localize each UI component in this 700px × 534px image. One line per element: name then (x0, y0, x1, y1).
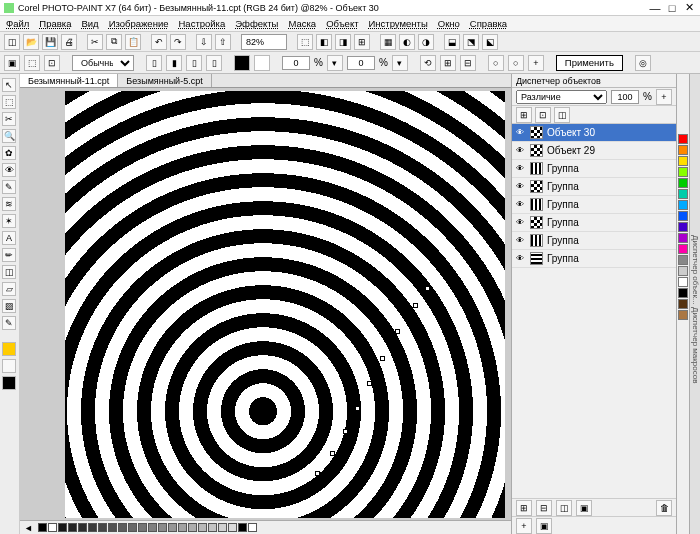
p-a[interactable]: ⟲ (420, 55, 436, 71)
clone-tool[interactable]: ✿ (2, 146, 16, 160)
visibility-icon[interactable]: 👁 (516, 182, 526, 191)
bw-swatch[interactable] (178, 523, 187, 532)
menu-Вид[interactable]: Вид (81, 18, 98, 29)
apply-button[interactable]: Применить (556, 55, 623, 71)
tool-b[interactable]: ◧ (316, 34, 332, 50)
bw-swatch[interactable] (188, 523, 197, 532)
crop-tool[interactable]: ✂ (2, 112, 16, 126)
prop-1[interactable]: ▣ (4, 55, 20, 71)
visibility-icon[interactable]: 👁 (516, 236, 526, 245)
menu-Настройка[interactable]: Настройка (178, 18, 225, 29)
color-swatch[interactable] (678, 222, 688, 232)
merge-opacity[interactable] (611, 90, 639, 104)
liq-tool[interactable]: ≋ (2, 197, 16, 211)
export-button[interactable]: ⇧ (215, 34, 231, 50)
layer-row[interactable]: 👁Объект 29 (512, 142, 676, 160)
pick-tool[interactable]: ↖ (2, 78, 16, 92)
menu-Эффекты[interactable]: Эффекты (235, 18, 278, 29)
minimize-button[interactable]: — (648, 2, 662, 14)
color-swatch[interactable] (678, 288, 688, 298)
bw-swatch[interactable] (158, 523, 167, 532)
layer-row[interactable]: 👁Группа (512, 232, 676, 250)
tool-h[interactable]: ⬓ (444, 34, 460, 50)
color-swatch[interactable] (678, 189, 688, 199)
color-bg[interactable] (254, 55, 270, 71)
bw-swatch[interactable] (148, 523, 157, 532)
layer-row[interactable]: 👁Группа (512, 178, 676, 196)
visibility-icon[interactable]: 👁 (516, 218, 526, 227)
bw-swatch[interactable] (38, 523, 47, 532)
paste-button[interactable]: 📋 (125, 34, 141, 50)
layer-row[interactable]: 👁Группа (512, 160, 676, 178)
color-swatch[interactable] (678, 178, 688, 188)
close-button[interactable]: ✕ (682, 2, 696, 14)
tool-g[interactable]: ◑ (418, 34, 434, 50)
color-swatch[interactable] (678, 255, 688, 265)
mask-tool[interactable]: ⬚ (2, 95, 16, 109)
opacity2-field[interactable] (347, 56, 375, 70)
swatch-fill[interactable] (2, 376, 16, 390)
trash-icon[interactable]: 🗑 (656, 500, 672, 516)
zoom-field[interactable] (241, 34, 287, 50)
p-b[interactable]: ⊞ (440, 55, 456, 71)
bw-swatch[interactable] (248, 523, 257, 532)
menu-Инструменты[interactable]: Инструменты (369, 18, 428, 29)
bw-swatch[interactable] (68, 523, 77, 532)
pb-3[interactable]: ◫ (556, 500, 572, 516)
bw-swatch[interactable] (118, 523, 127, 532)
fill-tool[interactable]: ▨ (2, 299, 16, 313)
color-swatch[interactable] (678, 233, 688, 243)
menu-Изображение[interactable]: Изображение (109, 18, 169, 29)
bw-swatch[interactable] (48, 523, 57, 532)
bw-swatch[interactable] (218, 523, 227, 532)
bw-swatch[interactable] (88, 523, 97, 532)
opacity-spin[interactable]: + (656, 89, 672, 105)
align-l[interactable]: ▯ (146, 55, 162, 71)
menu-Маска[interactable]: Маска (288, 18, 316, 29)
docker-tabs[interactable]: Диспетчер объек... Диспетчер макросов (689, 74, 700, 534)
layer-row[interactable]: 👁Группа (512, 250, 676, 268)
tool-d[interactable]: ⊞ (354, 34, 370, 50)
bw-swatch[interactable] (98, 523, 107, 532)
tool-i[interactable]: ⬔ (463, 34, 479, 50)
new-button[interactable]: ◫ (4, 34, 20, 50)
effect-tool[interactable]: ✶ (2, 214, 16, 228)
p-e[interactable]: ○ (508, 55, 524, 71)
visibility-icon[interactable]: 👁 (516, 128, 526, 137)
color-swatch[interactable] (678, 167, 688, 177)
path-tool[interactable]: ✏ (2, 248, 16, 262)
pt-1[interactable]: ⊞ (516, 107, 532, 123)
layer-row[interactable]: 👁Группа (512, 196, 676, 214)
pb-4[interactable]: ▣ (576, 500, 592, 516)
color-swatch[interactable] (678, 299, 688, 309)
tool-c[interactable]: ◨ (335, 34, 351, 50)
opacity1-field[interactable] (282, 56, 310, 70)
tool-f[interactable]: ◐ (399, 34, 415, 50)
bw-swatch[interactable] (198, 523, 207, 532)
color-fg[interactable] (234, 55, 250, 71)
bw-swatch[interactable] (138, 523, 147, 532)
mode-combo[interactable]: Обычны... (72, 55, 134, 71)
swatch-fg[interactable] (2, 342, 16, 356)
redeye-tool[interactable]: 👁 (2, 163, 16, 177)
undo-button[interactable]: ↶ (151, 34, 167, 50)
print-button[interactable]: 🖨 (61, 34, 77, 50)
bw-swatch[interactable] (78, 523, 87, 532)
prop-3[interactable]: ⊡ (44, 55, 60, 71)
bw-swatch[interactable] (168, 523, 177, 532)
tool-e[interactable]: ▦ (380, 34, 396, 50)
text-tool[interactable]: A (2, 231, 16, 245)
color-swatch[interactable] (678, 244, 688, 254)
color-swatch[interactable] (678, 310, 688, 320)
maximize-button[interactable]: □ (665, 2, 679, 14)
eyedrop-tool[interactable]: ✎ (2, 316, 16, 330)
drop-tool[interactable]: ▱ (2, 282, 16, 296)
pb-2[interactable]: ⊟ (536, 500, 552, 516)
visibility-icon[interactable]: 👁 (516, 146, 526, 155)
pb-1[interactable]: ⊞ (516, 500, 532, 516)
color-swatch[interactable] (678, 277, 688, 287)
tool-j[interactable]: ⬕ (482, 34, 498, 50)
color-swatch[interactable] (678, 211, 688, 221)
canvas[interactable] (65, 91, 505, 518)
p-c[interactable]: ⊟ (460, 55, 476, 71)
